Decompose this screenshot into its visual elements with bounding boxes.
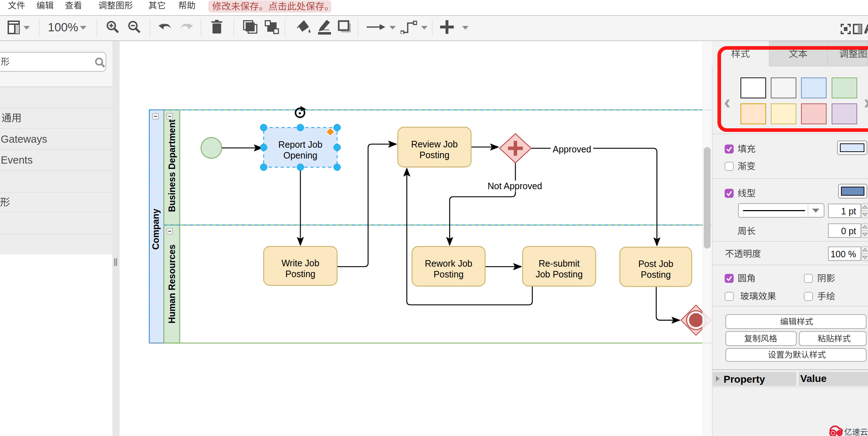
- svg-text:Posting: Posting: [420, 150, 449, 160]
- svg-text:Job Posting: Job Posting: [536, 269, 583, 279]
- svg-text:Posting: Posting: [434, 269, 464, 279]
- svg-text:Opening: Opening: [283, 150, 318, 160]
- svg-text:Write Job: Write Job: [281, 258, 319, 268]
- svg-text:Review Job: Review Job: [411, 139, 458, 149]
- svg-text:Company: Company: [151, 209, 161, 250]
- svg-text:Business Department: Business Department: [167, 119, 177, 212]
- svg-text:Posting: Posting: [285, 269, 315, 279]
- svg-text:Posting: Posting: [641, 270, 671, 280]
- svg-text:Re-submit: Re-submit: [539, 258, 580, 268]
- svg-text:Not Approved: Not Approved: [488, 181, 542, 191]
- svg-text:Human Resources: Human Resources: [167, 244, 177, 324]
- svg-text:Post Job: Post Job: [638, 259, 673, 269]
- svg-text:Approved: Approved: [552, 144, 591, 154]
- svg-text:Rework Job: Rework Job: [425, 258, 473, 268]
- svg-text:Report Job: Report Job: [278, 139, 322, 150]
